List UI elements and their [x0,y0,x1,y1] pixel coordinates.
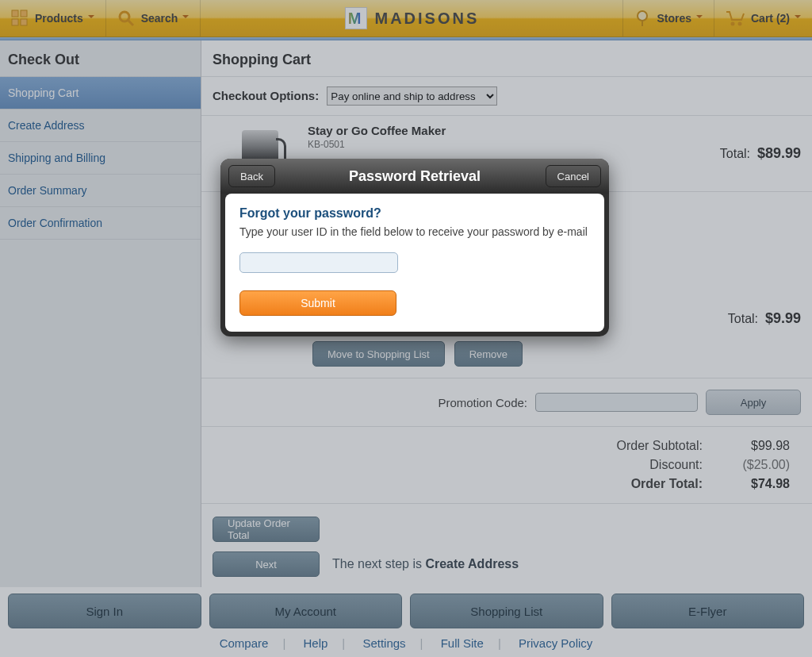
modal-cancel-button[interactable]: Cancel [546,165,601,187]
user-id-input[interactable] [239,252,398,273]
modal-desc: Type your user ID in the field below to … [239,225,590,238]
submit-button[interactable]: Submit [239,290,396,316]
modal-back-button[interactable]: Back [228,165,275,187]
modal-heading: Forgot your password? [239,206,590,221]
password-retrieval-modal: Back Password Retrieval Cancel Forgot yo… [220,159,609,336]
modal-title: Password Retrieval [349,168,481,185]
